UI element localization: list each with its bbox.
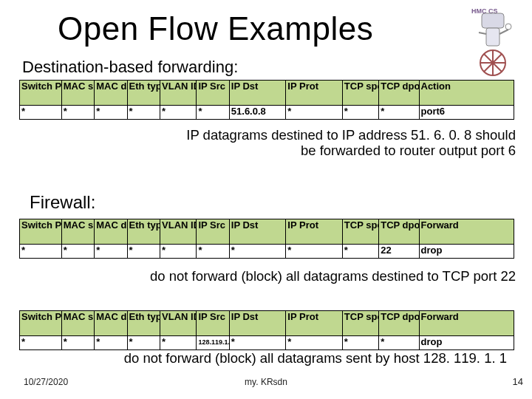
table-row: *** *** *** 22drop <box>20 245 514 259</box>
col-ip-src: IP Src <box>197 81 229 106</box>
caption-firewall-2: do not forward (block) all datagrams sen… <box>86 350 507 366</box>
col-mac-src: MAC src <box>61 81 94 106</box>
slide-page-number: 14 <box>513 376 523 387</box>
section-forwarding-label: Destination-based forwarding: <box>22 58 238 77</box>
col-forward: Forward <box>419 219 514 245</box>
col-tcp-dport: TCP dport <box>379 81 419 106</box>
col-eth-type: Eth type <box>127 81 160 106</box>
col-tcp-sport: TCP sport <box>342 81 378 106</box>
table-header-row: Switch Port MAC src MAC dst Eth type VLA… <box>20 81 514 106</box>
col-ip-dst: IP Dst <box>229 81 286 106</box>
table-header-row: Switch PortMAC srcMAC dst Eth typeVLAN I… <box>20 219 514 245</box>
col-vlan-id: VLAN ID <box>160 81 197 106</box>
col-action: Action <box>419 81 514 106</box>
svg-rect-1 <box>486 28 499 46</box>
section-firewall-label: Firewall: <box>30 192 95 213</box>
svg-point-4 <box>505 24 511 30</box>
col-mac-dst: MAC dst <box>95 81 127 106</box>
col-switch-port: Switch Port <box>20 81 62 106</box>
firewall-table-1: Switch PortMAC srcMAC dst Eth typeVLAN I… <box>19 219 514 259</box>
caption-forwarding: IP datagrams destined to IP address 51. … <box>168 127 516 159</box>
slide-title: Open Flow Examples <box>58 10 373 47</box>
col-ip-prot: IP Prot <box>286 81 343 106</box>
svg-rect-0 <box>482 13 504 28</box>
svg-line-2 <box>479 33 486 34</box>
forwarding-table: Switch Port MAC src MAC dst Eth type VLA… <box>19 80 514 120</box>
caption-firewall-1: do not forward (block) all datagrams des… <box>43 268 516 284</box>
table-row: *** **128.119.1.1 *** *drop <box>20 336 514 350</box>
table-row: *** *** 51.6.0.8** *port6 <box>20 106 514 120</box>
slide-date: 10/27/2020 <box>24 377 68 387</box>
table-header-row: Switch PortMAC srcMAC dst Eth typeVLAN I… <box>20 311 514 336</box>
svg-line-3 <box>499 30 508 34</box>
robot-mascot-icon: HMC CS <box>467 4 519 78</box>
firewall-table-2: Switch PortMAC srcMAC dst Eth typeVLAN I… <box>19 310 514 350</box>
slide-footer: my. KRsdn <box>245 377 287 387</box>
